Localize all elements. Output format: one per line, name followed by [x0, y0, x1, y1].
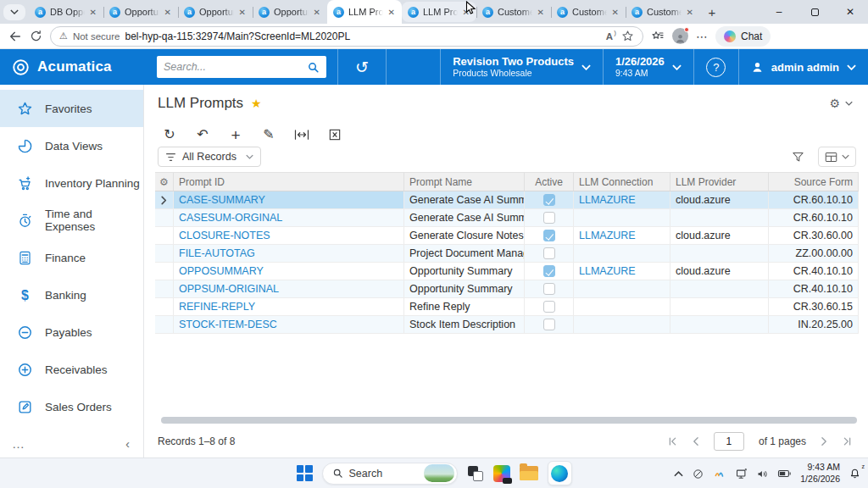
tab-close-button[interactable]: ✕ — [537, 8, 545, 17]
column-header-active[interactable]: Active — [525, 173, 574, 191]
sidebar-item-banking[interactable]: $Banking — [0, 276, 143, 313]
llm-connection-link[interactable]: LLMAZURE — [579, 265, 636, 277]
battery-icon[interactable] — [777, 468, 792, 480]
column-header-llm-provider[interactable]: LLM Provider — [670, 173, 769, 191]
undo-button[interactable]: ↶ — [195, 127, 210, 142]
user-menu[interactable]: admin admin — [739, 49, 868, 85]
colorful-app-icon[interactable] — [713, 468, 726, 480]
tab-close-button[interactable]: ✕ — [611, 8, 620, 17]
refresh-button[interactable]: ↻ — [162, 127, 177, 142]
notifications-bell-icon[interactable] — [849, 467, 862, 480]
horizontal-scrollbar[interactable] — [161, 417, 857, 424]
sidebar-item-favorites[interactable]: Favorites — [0, 90, 143, 127]
active-checkbox[interactable] — [543, 319, 555, 330]
active-checkbox[interactable] — [543, 212, 555, 224]
active-checkbox[interactable] — [543, 230, 555, 241]
table-row[interactable]: CASESUM-ORGINALGenerate Case AI Summ...C… — [155, 209, 859, 227]
table-row[interactable]: OPPSUM-ORIGINALOpportunity SummaryCR.40.… — [155, 280, 859, 298]
filter-dropdown[interactable]: All Records — [158, 147, 261, 167]
time-tracking-button[interactable]: ↺ — [338, 58, 386, 77]
table-row[interactable]: OPPOSUMMARYOpportunity SummaryLLMAZUREcl… — [155, 263, 859, 280]
tray-clock[interactable]: 9:43 AM 1/26/2026 — [800, 462, 840, 485]
tab-search-button[interactable] — [0, 0, 29, 24]
edit-record-button[interactable]: ✎ — [261, 127, 276, 142]
browser-tab[interactable]: DB Oppor✕ — [29, 0, 103, 24]
minimize-button[interactable]: – — [761, 0, 797, 24]
chevron-down-icon[interactable] — [845, 101, 853, 106]
last-page-button[interactable] — [843, 436, 852, 446]
onedrive-paused-icon[interactable] — [692, 468, 704, 480]
prompt-id-link[interactable]: CASE-SUMMARY — [179, 194, 265, 206]
table-row[interactable]: REFINE-REPLYRefine ReplyCR.30.60.15 — [155, 298, 859, 316]
browser-tab[interactable]: Opportun✕ — [103, 0, 178, 24]
prompt-id-link[interactable]: CASESUM-ORGINAL — [179, 212, 282, 224]
browser-menu-button[interactable]: ⋯ — [696, 30, 708, 43]
active-checkbox[interactable] — [543, 194, 555, 206]
global-search-box[interactable]: Search... — [157, 56, 326, 78]
prompt-id-link[interactable]: FILE-AUTOTAG — [179, 247, 255, 259]
sidebar-item-data-views[interactable]: Data Views — [0, 127, 143, 164]
table-row[interactable]: CASE-SUMMARYGenerate Case AI Summ...LLMA… — [155, 191, 859, 209]
sidebar-more-button[interactable]: … — [12, 436, 25, 451]
volume-icon[interactable] — [756, 468, 769, 480]
m365-copilot-button[interactable] — [493, 465, 510, 482]
prompt-id-link[interactable]: OPPOSUMMARY — [179, 265, 264, 277]
browser-tab[interactable]: LLM Pro✕ — [402, 2, 476, 22]
help-button[interactable]: ? — [694, 49, 738, 85]
sidebar-item-finance[interactable]: Finance — [0, 239, 143, 276]
network-icon[interactable] — [735, 468, 748, 480]
browser-tab[interactable]: Opportun✕ — [253, 0, 327, 24]
browser-tab[interactable]: Customer✕ — [551, 0, 626, 24]
tab-close-button[interactable]: ✕ — [462, 8, 470, 17]
tab-close-button[interactable]: ✕ — [89, 8, 97, 17]
acumatica-logo[interactable]: Acumatica — [0, 58, 144, 77]
sidebar-item-receivables[interactable]: Receivables — [0, 351, 143, 388]
column-header-llm-connection[interactable]: LLM Connection — [574, 173, 670, 191]
page-number-input[interactable]: 1 — [714, 432, 744, 451]
active-checkbox[interactable] — [543, 247, 555, 259]
column-header-prompt-id[interactable]: Prompt ID — [174, 173, 404, 191]
export-to-excel-button[interactable] — [327, 127, 342, 142]
column-configuration-button[interactable] — [818, 147, 856, 167]
task-view-button[interactable] — [467, 465, 484, 482]
url-bar[interactable]: ⚠ Not secure bel-hyp-qa-115:32974/Main?S… — [50, 26, 643, 47]
sidebar-item-payables[interactable]: Payables — [0, 313, 143, 351]
taskbar-search-box[interactable]: Search — [322, 463, 458, 485]
sidebar-item-time-and-expenses[interactable]: Time and Expenses — [0, 202, 143, 239]
prompt-id-link[interactable]: CLOSURE-NOTES — [179, 230, 270, 241]
prompt-id-link[interactable]: STOCK-ITEM-DESC — [179, 319, 277, 330]
tab-close-button[interactable]: ✕ — [164, 8, 172, 17]
company-branch-selector[interactable]: Revision Two Products Products Wholesale — [441, 49, 603, 85]
business-date-selector[interactable]: 1/26/2026 9:43 AM — [604, 49, 693, 85]
read-aloud-button[interactable]: A — [606, 31, 613, 42]
bookmark-star-icon[interactable] — [621, 30, 634, 42]
llm-connection-link[interactable]: LLMAZURE — [579, 230, 636, 241]
refresh-button[interactable] — [30, 30, 42, 42]
first-page-button[interactable] — [668, 436, 677, 446]
tab-close-button[interactable]: ✕ — [313, 8, 321, 17]
start-button[interactable] — [297, 465, 313, 481]
browser-tab[interactable]: LLM Prom✕ — [327, 0, 402, 24]
screen-settings-gear-icon[interactable]: ⚙ — [829, 97, 840, 110]
browser-tab[interactable]: Customer✕ — [626, 0, 700, 24]
copilot-chat-button[interactable]: Chat — [715, 26, 771, 47]
fit-width-button[interactable] — [294, 127, 309, 142]
column-header-source-form[interactable]: Source Form — [769, 173, 859, 191]
edge-button[interactable] — [548, 461, 572, 485]
add-record-button[interactable]: + — [228, 127, 243, 142]
column-header-prompt-name[interactable]: Prompt Name — [404, 173, 525, 191]
sidebar-item-inventory-planning[interactable]: Inventory Planning — [0, 164, 143, 202]
browser-tab[interactable]: Opportun✕ — [178, 0, 253, 24]
prev-page-button[interactable] — [692, 436, 699, 446]
new-tab-button[interactable]: + — [700, 0, 724, 24]
next-page-button[interactable] — [821, 436, 828, 446]
sidebar-collapse-button[interactable]: ‹ — [125, 436, 130, 451]
favorite-star-icon[interactable]: ★ — [251, 97, 262, 110]
grid-settings-gear-icon[interactable]: ⚙ — [155, 173, 174, 191]
table-row[interactable]: FILE-AUTOTAGProject Document Manag...ZZ.… — [155, 245, 859, 263]
close-button[interactable]: ✕ — [832, 0, 868, 24]
filter-funnel-icon[interactable] — [792, 151, 804, 164]
row-expander[interactable] — [155, 191, 174, 208]
file-explorer-button[interactable] — [520, 466, 538, 480]
browser-tab[interactable]: Customer✕ — [476, 0, 551, 24]
